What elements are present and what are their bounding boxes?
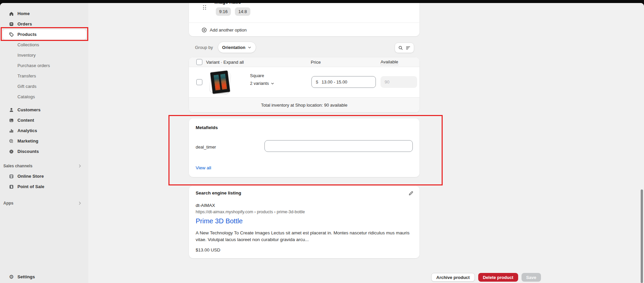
archive-product-button[interactable]: Archive product [431, 273, 475, 282]
sidebar-item-purchase-orders[interactable]: Purchase orders [0, 60, 88, 71]
chevron-right-icon [78, 164, 82, 168]
product-art [213, 74, 220, 90]
select-all-checkbox[interactable] [196, 59, 202, 65]
page-actions: Archive product Delete product Save [431, 273, 541, 282]
analytics-icon [9, 128, 14, 133]
metafield-value-input[interactable] [264, 140, 413, 152]
filter-icon [405, 45, 411, 51]
content-icon [9, 118, 14, 123]
delete-product-button[interactable]: Delete product [478, 273, 518, 282]
sidebar-item-inventory[interactable]: Inventory [0, 50, 88, 60]
products-icon [9, 32, 14, 37]
seo-price: $13.00 USD [196, 247, 220, 252]
apps-header[interactable]: Apps [0, 198, 88, 208]
sidebar-item-orders[interactable]: Orders [0, 19, 88, 29]
product-art [220, 74, 227, 90]
divider [189, 22, 419, 23]
search-icon [398, 45, 403, 51]
sidebar-item-home[interactable]: Home [0, 8, 88, 19]
sidebar-item-online-store[interactable]: Online Store [0, 171, 88, 181]
add-another-option-button[interactable]: Add another option [201, 26, 247, 34]
table-header: Variant · Expand all Price Available [189, 57, 419, 67]
save-button-disabled[interactable]: Save [522, 273, 541, 282]
drag-handle-icon[interactable] [203, 5, 206, 10]
sidebar-item-gift-cards[interactable]: Gift cards [0, 81, 88, 92]
sidebar: Home Orders Products Collections Invento… [0, 3, 88, 283]
option-value-chip[interactable]: 14:8 [235, 7, 250, 16]
customers-icon [9, 107, 14, 113]
app-frame: Home Orders Products Collections Invento… [0, 3, 644, 283]
chevron-down-icon [270, 81, 275, 86]
sidebar-item-label: Orders [17, 21, 32, 26]
option-value-chip[interactable]: 9:16 [216, 7, 231, 16]
price-input[interactable]: $ 13.00 - 15.00 [311, 76, 376, 88]
sidebar-item-point-of-sale[interactable]: Point of Sale [0, 181, 88, 192]
metafields-card: Metafields deal_timer View all [189, 118, 419, 177]
vertical-scrollbar[interactable] [641, 189, 643, 283]
plus-circle-icon [201, 27, 207, 33]
sidebar-item-label: Home [17, 11, 30, 16]
column-header-available[interactable]: Available [381, 59, 398, 65]
variant-table: Variant · Expand all Price Available Squ… [189, 57, 419, 112]
home-icon [9, 11, 14, 16]
sidebar-item-settings[interactable]: ⚙ Settings [0, 272, 88, 282]
seo-description: A New Technology To Create Images Lectus… [196, 230, 412, 243]
variant-name: Square [250, 73, 264, 78]
top-bar [0, 0, 644, 3]
variant-expand-toggle[interactable]: 2 variants [250, 81, 275, 86]
discounts-icon [9, 149, 14, 154]
seo-card: Search engine listing dt-AIMAX https://d… [189, 186, 419, 258]
marketing-icon [9, 138, 14, 144]
option-title: Image Ratio [214, 3, 241, 5]
seo-site-name: dt-AIMAX [196, 203, 215, 208]
sidebar-item-analytics[interactable]: Analytics [0, 125, 88, 136]
sidebar-item-collections[interactable]: Collections [0, 40, 88, 50]
option-card: Image Ratio 9:16 14:8 Add another option [189, 3, 419, 36]
view-all-link[interactable]: View all [196, 165, 211, 170]
group-by-label: Group by [195, 45, 213, 50]
sidebar-item-products[interactable]: Products [0, 29, 88, 40]
variant-row: Square 2 variants $ 13.00 - 15.00 90 [189, 67, 419, 97]
seo-title: Search engine listing [196, 190, 241, 195]
sidebar-item-transfers[interactable]: Transfers [0, 71, 88, 81]
chevron-down-icon [247, 45, 252, 50]
seo-breadcrumb-url: https://dt-aimax.myshopify.com › product… [196, 210, 305, 214]
search-and-filter-button[interactable] [395, 43, 414, 53]
row-checkbox[interactable] [196, 79, 202, 85]
sales-channels-header[interactable]: Sales channels [0, 161, 88, 171]
variant-thumbnail[interactable] [209, 71, 232, 95]
metafield-name-label: deal_timer [196, 145, 216, 150]
column-header-variant[interactable]: Variant · Expand all [206, 60, 244, 65]
sidebar-item-content[interactable]: Content [0, 115, 88, 125]
seo-page-title-link[interactable]: Prime 3D Bottle [196, 217, 243, 225]
chevron-right-icon [78, 201, 82, 206]
sidebar-item-customers[interactable]: Customers [0, 105, 88, 115]
metafields-title: Metafields [196, 125, 218, 130]
available-input-disabled: 90 [381, 76, 417, 88]
inventory-summary: Total inventory at Shop location: 90 ava… [189, 97, 419, 112]
edit-pencil-icon[interactable] [407, 190, 414, 196]
gear-icon: ⚙ [9, 274, 14, 280]
sidebar-item-discounts[interactable]: Discounts [0, 146, 88, 157]
sidebar-item-label: Products [17, 32, 37, 37]
main-content: Image Ratio 9:16 14:8 Add another option… [88, 3, 644, 283]
sidebar-item-marketing[interactable]: Marketing [0, 136, 88, 146]
online-store-icon [9, 174, 14, 179]
column-header-price: Price [311, 60, 321, 65]
point-of-sale-icon [9, 184, 14, 189]
sidebar-item-catalogs[interactable]: Catalogs [0, 92, 88, 102]
group-by-dropdown[interactable]: Orientation [218, 42, 256, 53]
orders-icon [9, 21, 14, 27]
